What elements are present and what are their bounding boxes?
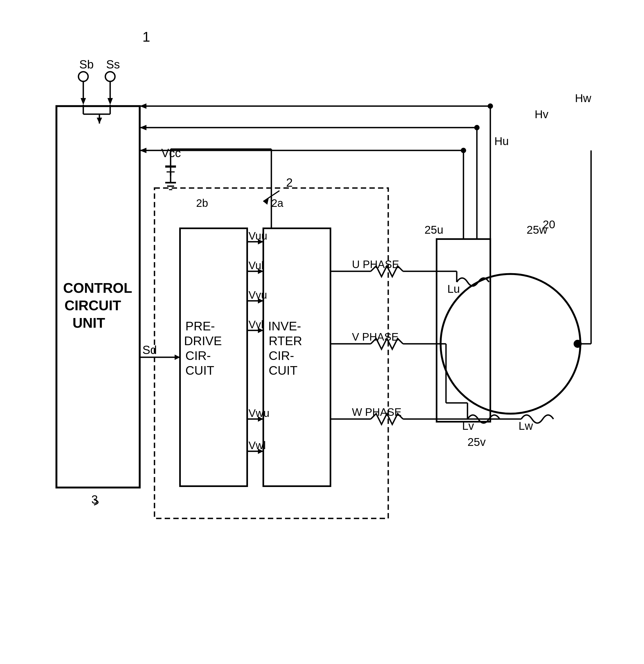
- svg-point-63: [487, 103, 493, 109]
- vul-label: Vul: [249, 260, 264, 271]
- ss-label: Ss: [106, 58, 120, 71]
- sd-label: Sd: [142, 343, 157, 356]
- vvu-label: Vvu: [249, 289, 267, 301]
- hw-label: Hw: [575, 92, 591, 104]
- hu-label: Hu: [494, 135, 509, 147]
- uphase-label: U PHASE: [352, 258, 399, 270]
- ref2b-label: 2b: [196, 197, 208, 209]
- inverter4: CUIT: [269, 364, 297, 377]
- ref20-label: 20: [543, 218, 555, 231]
- vphase-label: V PHASE: [352, 331, 398, 343]
- vuu-label: Vuu: [249, 230, 267, 242]
- vwl-label: Vwl: [249, 439, 266, 451]
- predrive1: PRE-: [185, 319, 215, 333]
- svg-point-61: [461, 148, 466, 153]
- inverter1: INVE-: [268, 319, 301, 333]
- ref2a-label: 2a: [271, 197, 284, 209]
- control-label: CONTROL: [63, 280, 132, 296]
- lu-label: Lu: [447, 283, 460, 295]
- svg-point-62: [474, 125, 480, 130]
- svg-rect-0: [0, 0, 644, 664]
- ref25v-label: 25v: [468, 436, 486, 448]
- diagram-container: 1 Sb Ss 3 CONTROL CIRCUIT UNIT Vcc 2 2a …: [0, 0, 644, 664]
- ref25u-label: 25u: [424, 224, 443, 236]
- predrive4: CUIT: [185, 364, 214, 377]
- inverter2: RTER: [269, 334, 302, 348]
- ref1-label: 1: [142, 29, 150, 45]
- hv-label: Hv: [535, 108, 548, 121]
- predrive2: DRIVE: [184, 334, 222, 348]
- ref2-label: 2: [286, 176, 293, 189]
- sb-label: Sb: [79, 58, 94, 71]
- circuit-label: CIRCUIT: [64, 298, 121, 313]
- lw-label: Lw: [519, 419, 533, 432]
- vvl-label: Vvl: [249, 318, 264, 330]
- inverter3: CIR-: [269, 349, 294, 362]
- unit-label: UNIT: [72, 315, 105, 331]
- wphase-label: W PHASE: [352, 406, 401, 418]
- predrive3: CIR-: [185, 349, 211, 362]
- vwu-label: Vwu: [249, 407, 269, 419]
